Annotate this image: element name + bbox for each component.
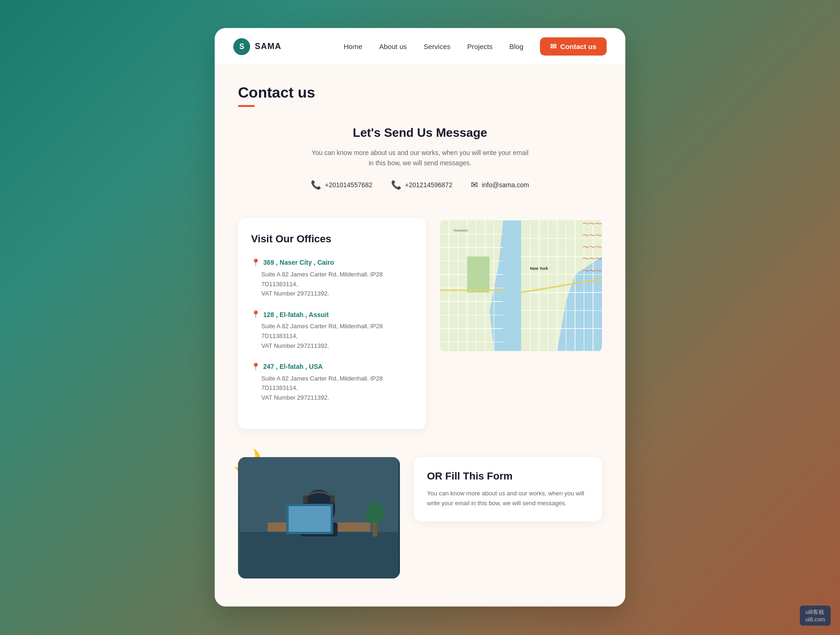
bottom-section: 🌙 xyxy=(238,457,602,579)
logo-area: S SAMA xyxy=(233,38,281,55)
nav-about[interactable]: About us xyxy=(379,42,407,50)
email-item: ✉ info@sama.com xyxy=(471,180,529,190)
main-card: S SAMA Home About us Services Projects B… xyxy=(215,28,625,607)
phone1-item: 📞 +201014557682 xyxy=(311,180,372,190)
phone2-item: 📞 +201214596872 xyxy=(391,180,453,190)
svg-rect-46 xyxy=(330,495,335,503)
office-item-2: 📍 128 , El-fatah , Assuit Suite A 82 Jam… xyxy=(251,310,413,351)
pin-icon-3: 📍 xyxy=(251,362,260,371)
office-address-3: Suite A 82 James Carter Rd, Mildenhall, … xyxy=(251,374,413,403)
watermark-text: ui8客栈ui8.com xyxy=(805,609,825,623)
office-address-2: Suite A 82 James Carter Rd, Mildenhall, … xyxy=(251,322,413,351)
page-title: Contact us xyxy=(238,84,602,101)
send-message-section: Let's Send Us Message You can know more … xyxy=(238,126,602,190)
form-col: OR Fill This Form You can know more abou… xyxy=(414,457,602,522)
email-text: info@sama.com xyxy=(482,181,529,189)
contact-us-button[interactable]: ✉ Contact us xyxy=(540,37,607,56)
offices-section: 〜〜〜〜〜〜〜〜〜〜〜〜〜〜〜 Visit Our Offices 📍 369 … xyxy=(238,218,602,429)
svg-rect-33 xyxy=(467,256,490,292)
image-col: 🌙 xyxy=(238,457,400,579)
map-container: Hoboken New York xyxy=(440,218,602,429)
nav-services[interactable]: Services xyxy=(424,42,451,50)
offices-left-panel: Visit Our Offices 📍 369 , Naser City , C… xyxy=(238,218,426,429)
form-desc: You can know more about us and our works… xyxy=(427,489,589,508)
watermark: ui8客栈ui8.com xyxy=(800,606,831,626)
contact-info-row: 📞 +201014557682 📞 +201214596872 ✉ info@s… xyxy=(238,180,602,190)
send-message-desc: You can know more about us and our works… xyxy=(238,148,602,169)
office-name-2: 📍 128 , El-fatah , Assuit xyxy=(251,310,413,319)
logo-text: SAMA xyxy=(255,42,281,51)
pin-icon-1: 📍 xyxy=(251,258,260,267)
phone1-text: +201014557682 xyxy=(325,181,372,189)
svg-rect-39 xyxy=(240,532,399,579)
nav-home[interactable]: Home xyxy=(344,42,363,50)
office-name-1: 📍 369 , Naser City , Cairo xyxy=(251,258,413,267)
svg-text:Hoboken: Hoboken xyxy=(454,228,468,233)
envelope-icon: ✉ xyxy=(550,42,556,51)
phone2-icon: 📞 xyxy=(391,180,401,190)
navbar: S SAMA Home About us Services Projects B… xyxy=(215,28,625,65)
svg-text:New York: New York xyxy=(530,266,548,271)
svg-rect-45 xyxy=(303,495,308,503)
nav-projects[interactable]: Projects xyxy=(467,42,492,50)
svg-rect-44 xyxy=(289,506,331,532)
page-content: Contact us Let's Send Us Message You can… xyxy=(215,65,625,607)
office-name-3: 📍 247 , El-fatah , USA xyxy=(251,362,413,371)
office-item-1: 📍 369 , Naser City , Cairo Suite A 82 Ja… xyxy=(251,258,413,299)
phone1-icon: 📞 xyxy=(311,180,321,190)
email-icon: ✉ xyxy=(471,180,478,190)
svg-point-47 xyxy=(366,501,385,525)
office-address-1: Suite A 82 James Carter Rd, Mildenhall, … xyxy=(251,270,413,299)
title-underline xyxy=(238,105,255,107)
offices-title: Visit Our Offices xyxy=(251,233,413,245)
svg-rect-48 xyxy=(373,522,378,536)
logo-icon: S xyxy=(233,38,250,55)
pin-icon-2: 📍 xyxy=(251,310,260,319)
person-image xyxy=(238,457,400,579)
office-item-3: 📍 247 , El-fatah , USA Suite A 82 James … xyxy=(251,362,413,403)
form-title: OR Fill This Form xyxy=(427,470,589,482)
nav-links: Home About us Services Projects Blog ✉ C… xyxy=(344,37,607,56)
nav-blog[interactable]: Blog xyxy=(509,42,523,50)
send-message-title: Let's Send Us Message xyxy=(238,126,602,140)
phone2-text: +201214596872 xyxy=(405,181,453,189)
